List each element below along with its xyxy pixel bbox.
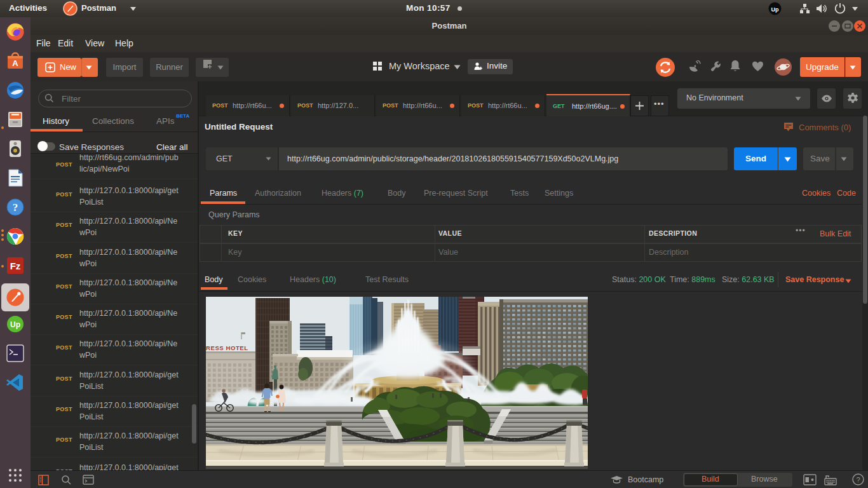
svg-text:RESS HOTEL: RESS HOTEL: [206, 344, 248, 351]
svg-text:Fz: Fz: [10, 261, 21, 271]
svg-text:Up: Up: [771, 6, 779, 13]
svg-text:?: ?: [13, 201, 18, 214]
svg-text:?: ?: [856, 476, 860, 484]
svg-text:A: A: [12, 58, 18, 68]
svg-text:Up: Up: [10, 320, 20, 329]
